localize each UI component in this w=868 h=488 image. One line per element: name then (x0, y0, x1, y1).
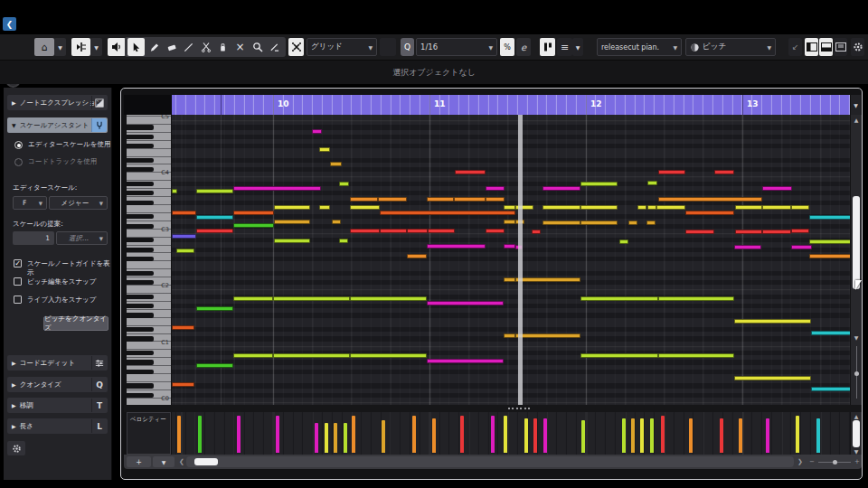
show-note-edit-overlay-button[interactable] (540, 38, 555, 56)
velocity-bar[interactable] (504, 416, 507, 453)
scroll-down-icon[interactable]: ▼ (851, 448, 862, 455)
midi-note[interactable] (176, 249, 194, 253)
velocity-bar[interactable] (689, 418, 693, 453)
velocity-bar[interactable] (177, 416, 181, 453)
event-layers-button[interactable]: ≡ (557, 38, 572, 56)
midi-note[interactable] (542, 205, 580, 210)
midi-note[interactable] (427, 359, 504, 363)
velocity-bar[interactable] (739, 418, 742, 453)
velocity-bar[interactable] (460, 416, 464, 453)
midi-note[interactable] (809, 239, 850, 244)
snap-toggle-button[interactable] (288, 38, 304, 56)
midi-note[interactable] (542, 186, 580, 191)
midi-note[interactable] (274, 220, 310, 224)
midi-note[interactable] (637, 205, 646, 210)
vertical-zoom-handle[interactable] (854, 371, 859, 376)
show-left-zone-button[interactable] (805, 38, 818, 56)
velocity-bar[interactable] (543, 418, 547, 453)
line-tool-button[interactable] (181, 39, 196, 55)
scroll-left-icon[interactable]: ❮ (179, 458, 184, 465)
velocity-bar[interactable] (581, 420, 585, 453)
midi-note[interactable] (504, 205, 515, 210)
black-key[interactable] (127, 257, 154, 261)
midi-note[interactable] (658, 296, 734, 301)
checkbox-snap-pitch-editing[interactable] (14, 277, 22, 286)
timeline-ruler[interactable]: 10111213 (172, 95, 850, 115)
black-key[interactable] (127, 144, 154, 148)
velocity-lane[interactable] (172, 412, 850, 455)
midi-note[interactable] (350, 353, 427, 358)
midi-note[interactable] (714, 170, 734, 174)
midi-note[interactable] (734, 319, 811, 324)
black-key[interactable] (127, 201, 154, 205)
midi-note[interactable] (274, 239, 310, 243)
midi-note[interactable] (339, 239, 348, 243)
midi-note[interactable] (380, 229, 407, 233)
midi-note[interactable] (172, 382, 194, 387)
lane-resize-handle[interactable] (508, 408, 532, 409)
midi-note[interactable] (735, 205, 762, 210)
scroll-up-icon[interactable]: ▲ (851, 117, 862, 123)
midi-note[interactable] (580, 182, 618, 186)
open-in-lower-zone-button[interactable]: ↙ (788, 38, 802, 56)
velocity-bar[interactable] (344, 423, 347, 453)
black-key[interactable] (127, 383, 154, 388)
panel-chord-edit[interactable]: ▶ コードエディット (7, 355, 108, 371)
velocity-bar[interactable] (334, 423, 337, 453)
velocity-bar[interactable] (352, 416, 355, 453)
midi-note[interactable] (350, 197, 378, 202)
controller-dropdown[interactable]: ピッチ ▼ (685, 38, 776, 56)
panel-scale-assistant[interactable]: ▼ スケールアシスタント (7, 117, 108, 133)
checkbox-show-scale-note-guides[interactable]: ✓ (14, 259, 22, 267)
midi-note[interactable] (809, 215, 850, 220)
snap-type-dropdown[interactable]: グリッド ▼ (307, 38, 377, 56)
velocity-bar[interactable] (198, 416, 202, 453)
window-layout-button[interactable]: ⌂ (34, 38, 54, 56)
piano-keyboard[interactable]: C5C4C3C2C1C0 (127, 115, 171, 405)
midi-note[interactable] (172, 189, 177, 193)
midi-note[interactable] (619, 239, 628, 244)
midi-note[interactable] (350, 296, 427, 301)
velocity-bar[interactable] (622, 418, 626, 453)
acoustic-feedback-button[interactable] (108, 38, 126, 56)
panel-length[interactable]: ▶ 長さ L (7, 418, 108, 434)
black-key[interactable] (127, 313, 154, 317)
midi-note[interactable] (350, 205, 380, 210)
midi-note[interactable] (811, 331, 850, 335)
black-key[interactable] (127, 370, 154, 374)
midi-note[interactable] (656, 205, 685, 210)
midi-note[interactable] (233, 186, 321, 191)
midi-note[interactable] (486, 197, 505, 202)
black-key[interactable] (127, 191, 154, 195)
midi-note[interactable] (172, 234, 196, 239)
midi-note[interactable] (196, 229, 233, 233)
scale-type-dropdown[interactable]: メジャー ▼ (49, 196, 108, 210)
velocity-bar[interactable] (766, 418, 769, 453)
velocity-bar[interactable] (720, 418, 723, 453)
select-tool-button[interactable] (127, 38, 145, 56)
black-key[interactable] (127, 167, 154, 172)
autoscroll-caret[interactable]: ▼ (90, 38, 102, 56)
checkbox-snap-live-input[interactable] (14, 296, 22, 304)
midi-note[interactable] (233, 296, 273, 301)
black-key[interactable] (127, 271, 154, 276)
iterative-quantize-button[interactable]: e (516, 38, 531, 56)
velocity-bar[interactable] (524, 418, 528, 453)
midi-note[interactable] (762, 230, 791, 234)
black-key[interactable] (127, 351, 154, 355)
midi-note[interactable] (809, 254, 850, 258)
midi-note[interactable] (646, 221, 656, 225)
horizontal-zoom-handle[interactable] (833, 460, 837, 465)
midi-note[interactable] (332, 220, 341, 224)
zoom-tool-button[interactable] (250, 39, 265, 55)
black-key[interactable] (127, 182, 154, 186)
midi-note[interactable] (196, 363, 233, 368)
vertical-scroll-thumb[interactable] (853, 196, 860, 289)
midi-note[interactable] (274, 205, 310, 210)
midi-note[interactable] (685, 230, 714, 234)
velocity-bar[interactable] (432, 418, 436, 453)
midi-note[interactable] (628, 221, 637, 225)
velocity-scroll-thumb[interactable] (853, 420, 860, 447)
window-zones-setup-button[interactable] (834, 38, 847, 56)
midi-note[interactable] (273, 353, 350, 358)
